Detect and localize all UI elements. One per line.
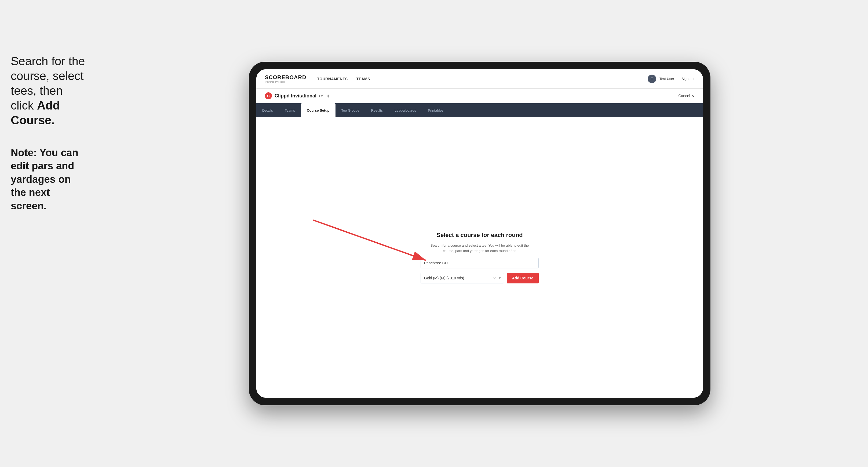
top-nav-links: TOURNAMENTS TEAMS	[317, 77, 648, 81]
tee-select[interactable]: Gold (M) (M) (7010 yds)	[421, 273, 504, 283]
user-avatar: T	[648, 74, 656, 83]
tee-chevron-icon: ▼	[498, 276, 501, 280]
cancel-button[interactable]: Cancel ✕	[678, 94, 694, 98]
main-content: Select a course for each round Search fo…	[256, 117, 703, 398]
instruction-main-text: Search for the course, select tees, then…	[11, 54, 86, 127]
instruction-panel: Search for the course, select tees, then…	[11, 54, 86, 213]
sign-out-link[interactable]: Sign out	[681, 77, 694, 81]
tournament-title-area: C Clippd Invitational (Men)	[265, 92, 329, 99]
nav-teams[interactable]: TEAMS	[356, 77, 370, 81]
tab-printables[interactable]: Printables	[422, 103, 449, 117]
tab-tee-groups[interactable]: Tee Groups	[336, 103, 365, 117]
course-setup-container: Select a course for each round Search fo…	[421, 231, 539, 283]
tournament-header: C Clippd Invitational (Men) Cancel ✕	[256, 89, 703, 103]
tab-details[interactable]: Details	[256, 103, 279, 117]
tournament-gender: (Men)	[319, 94, 329, 98]
nav-tournaments[interactable]: TOURNAMENTS	[317, 77, 348, 81]
section-title: Select a course for each round	[436, 231, 523, 239]
course-search-input[interactable]	[421, 258, 539, 269]
tournament-name: Clippd Invitational	[275, 93, 316, 99]
tournament-icon: C	[265, 92, 272, 99]
top-nav-right: T Test User | Sign out	[648, 74, 694, 83]
tee-select-row: Gold (M) (M) (7010 yds) ✕ ▼ Add Course	[421, 273, 539, 283]
tee-clear-button[interactable]: ✕	[493, 276, 496, 280]
user-name: Test User	[659, 77, 674, 81]
cancel-label: Cancel	[678, 94, 690, 98]
tab-results[interactable]: Results	[365, 103, 389, 117]
tab-teams[interactable]: Teams	[279, 103, 301, 117]
logo-text: SCOREBOARD	[265, 74, 306, 81]
tab-course-setup[interactable]: Course Setup	[301, 103, 336, 117]
instruction-note-text: Note: You can edit pars and yardages on …	[11, 146, 86, 213]
top-navigation: SCOREBOARD Powered by clippd TOURNAMENTS…	[256, 69, 703, 89]
tablet-screen: SCOREBOARD Powered by clippd TOURNAMENTS…	[256, 69, 703, 398]
logo-subtitle: Powered by clippd	[265, 81, 306, 83]
add-course-button[interactable]: Add Course	[507, 273, 539, 283]
instruction-bold: Add Course.	[11, 99, 60, 127]
section-description: Search for a course and select a tee. Yo…	[431, 243, 529, 253]
tab-bar: Details Teams Course Setup Tee Groups Re…	[256, 103, 703, 117]
cancel-icon: ✕	[691, 94, 694, 98]
tablet-device: SCOREBOARD Powered by clippd TOURNAMENTS…	[249, 62, 710, 405]
tee-select-wrapper: Gold (M) (M) (7010 yds) ✕ ▼	[421, 273, 504, 283]
pipe-separator: |	[677, 77, 678, 81]
logo: SCOREBOARD Powered by clippd	[265, 74, 306, 83]
tab-leaderboards[interactable]: Leaderboards	[389, 103, 422, 117]
